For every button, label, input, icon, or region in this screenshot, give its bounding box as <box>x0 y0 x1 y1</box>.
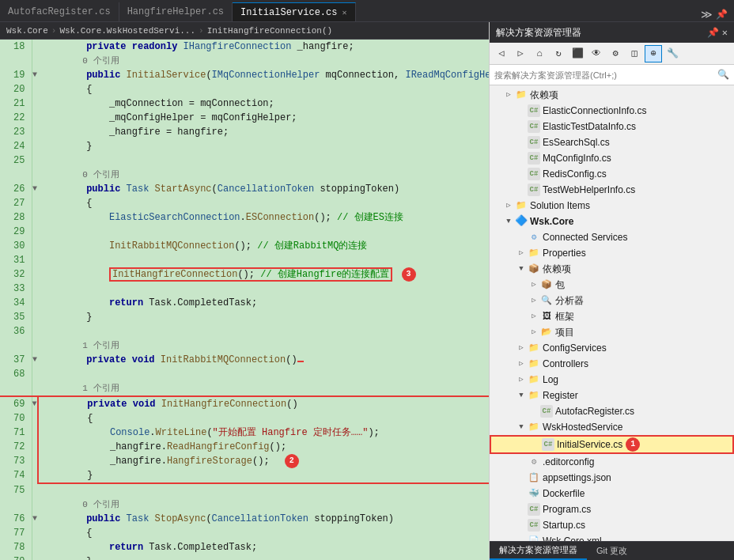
cs-icon: C# <box>528 168 540 180</box>
tree-label: 依赖项 <box>543 262 571 276</box>
badge-1: 1 <box>626 437 640 452</box>
tree-item-packages[interactable]: ▷ 📦 包 <box>490 277 734 293</box>
se-search-bar: 🔍 <box>490 65 734 85</box>
project-ref-icon: 📂 <box>540 326 553 339</box>
tree-label: Controllers <box>543 357 588 371</box>
tree-item-initialservice[interactable]: C# InitialService.cs 1 <box>490 435 734 454</box>
se-filter-button[interactable]: ⚙ <box>607 45 624 62</box>
breadcrumb-method[interactable]: InitHangfireConnection() <box>207 26 332 36</box>
tree-item-framework[interactable]: ▷ 🖼 框架 <box>490 308 734 324</box>
se-home-button[interactable]: ⌂ <box>531 45 548 62</box>
table-row: 31 <box>0 253 489 267</box>
tree-item-solution-items[interactable]: ▷ 📁 Solution Items <box>490 198 734 214</box>
se-collapse-button[interactable]: ⬛ <box>569 45 586 62</box>
tree-label: Properties <box>543 246 586 260</box>
table-row: 32 InitHangfireConnection(); // 创建Hangfi… <box>0 267 489 282</box>
docker-icon: 🐳 <box>528 487 540 500</box>
tree-label: Dockerfile <box>543 486 585 501</box>
table-row: 28 ElasticSearchConnection.ESConnection(… <box>0 210 489 225</box>
table-row: 36 <box>0 324 489 339</box>
table-row: 23 _hangfire = hangfire; <box>0 125 489 139</box>
tree-item-register[interactable]: ▼ 📁 Register <box>490 388 734 403</box>
folder-icon: 📁 <box>528 342 540 354</box>
tree-label: Wsk.Core.xml <box>543 534 602 541</box>
tree-item-elastic1[interactable]: C# ElasticConnectionInfo.cs <box>490 103 734 119</box>
cs-icon: C# <box>540 405 553 418</box>
badge-2: 2 <box>285 454 299 468</box>
cs-icon: C# <box>528 184 540 196</box>
table-row: 68 <box>0 367 489 381</box>
tree-item-redis[interactable]: C# RedisConfig.cs <box>490 166 734 182</box>
table-row: 27 { <box>0 196 489 210</box>
tree-label: appsettings.json <box>543 471 611 485</box>
cs-icon: C# <box>528 519 540 532</box>
tree-item-controllers[interactable]: ▷ 📁 Controllers <box>490 356 734 372</box>
tree-item-wscorexml[interactable]: 📄 Wsk.Core.xml <box>490 533 734 541</box>
table-row: 18 private readonly IHangfireConnection … <box>0 40 489 54</box>
tab-hangfire-label: HangfireHelper.cs <box>127 6 224 17</box>
table-row: 22 _mqConfigHelper = mqConfigHelper; <box>0 111 489 125</box>
se-search-icon[interactable]: 🔍 <box>717 69 729 81</box>
se-forward-button[interactable]: ▷ <box>512 45 529 62</box>
tree-item-essearch[interactable]: C# EsSearchSql.cs <box>490 134 734 150</box>
breadcrumb-service[interactable]: Wsk.Core.WskHostedServi... <box>59 26 195 36</box>
tab-hangfire[interactable]: HangfireHelper.cs <box>119 2 233 21</box>
se-tree: ▷ 📁 依赖项 C# ElasticConnectionInfo.cs C# E… <box>490 85 734 541</box>
main-area: Wsk.Core › Wsk.Core.WskHostedServi... › … <box>0 22 734 560</box>
se-properties-button[interactable]: 🔧 <box>664 45 681 62</box>
tree-item-dockerfile[interactable]: 🐳 Dockerfile <box>490 486 734 501</box>
tree-item-yilaixiang[interactable]: ▷ 📁 依赖项 <box>490 87 734 103</box>
tree-item-log[interactable]: ▷ 📁 Log <box>490 372 734 388</box>
se-back-button[interactable]: ◁ <box>493 45 510 62</box>
tree-item-connected-services[interactable]: ⚙ Connected Services <box>490 229 734 245</box>
se-sync-button[interactable]: ⊕ <box>645 45 662 62</box>
breadcrumb-project[interactable]: Wsk.Core <box>6 26 48 36</box>
table-row: 0 个引用 <box>0 54 489 68</box>
tree-item-program[interactable]: C# Program.cs <box>490 501 734 517</box>
bottom-tab-git[interactable]: Git 更改 <box>587 542 637 560</box>
cs-icon: C# <box>542 438 554 451</box>
tree-label: RedisConfig.cs <box>543 167 607 181</box>
tree-item-deps-expand[interactable]: ▼ 📦 依赖项 <box>490 261 734 277</box>
tree-item-wskhosted[interactable]: ▼ 📁 WskHostedService <box>490 419 734 435</box>
folder-icon: 📁 <box>528 358 540 370</box>
tree-item-wscore[interactable]: ▼ 🔷 Wsk.Core <box>490 214 734 229</box>
tree-item-elastic2[interactable]: C# ElasticTestDataInfo.cs <box>490 119 734 134</box>
tree-label: 分析器 <box>555 293 584 308</box>
cs-icon: C# <box>528 503 540 516</box>
table-row: 72 _hangfire.ReadHangfireConfig(); <box>0 440 489 454</box>
se-close-icon[interactable]: ✕ <box>722 27 728 39</box>
se-preview-button[interactable]: ◫ <box>626 45 643 62</box>
code-editor[interactable]: 18 private readonly IHangfireConnection … <box>0 40 489 560</box>
table-row: 35 } <box>0 310 489 324</box>
tree-label: Program.cs <box>543 502 591 516</box>
tree-label: Wsk.Core <box>530 214 573 229</box>
table-row: 79 } <box>0 554 489 560</box>
tab-pin-icon[interactable]: 📌 <box>716 9 728 21</box>
tree-item-mq[interactable]: C# MqConfigInfo.cs <box>490 150 734 166</box>
se-show-all-button[interactable]: 👁 <box>588 45 605 62</box>
se-refresh-button[interactable]: ↻ <box>550 45 567 62</box>
badge-3: 3 <box>402 267 416 282</box>
tree-item-properties[interactable]: ▷ 📁 Properties <box>490 245 734 261</box>
tree-item-autofac[interactable]: C# AutofacRegister.cs <box>490 403 734 419</box>
bottom-tab-se-label: 解决方案资源管理器 <box>499 544 577 556</box>
tree-item-editorconfig[interactable]: ⚙ .editorconfig <box>490 454 734 470</box>
tree-item-startup[interactable]: C# Startup.cs <box>490 517 734 533</box>
tab-overflow-icon[interactable]: ≫ <box>701 8 713 21</box>
tree-label-connected-services: Connected Services <box>543 230 627 244</box>
se-search-input[interactable] <box>494 70 717 80</box>
tree-item-testhelper[interactable]: C# TestWebHelperInfo.cs <box>490 182 734 198</box>
table-row: 71 Console.WriteLine("开始配置 Hangfire 定时任务… <box>0 426 489 440</box>
tab-initialservice[interactable]: InitialService.cs ✕ <box>233 2 355 21</box>
tree-item-configservices[interactable]: ▷ 📁 ConfigServices <box>490 340 734 356</box>
tree-label: Startup.cs <box>543 518 585 532</box>
tab-autofac-label: AutofacRegister.cs <box>8 6 111 17</box>
tree-item-projects[interactable]: ▷ 📂 项目 <box>490 324 734 340</box>
tab-close-icon[interactable]: ✕ <box>342 8 346 17</box>
tree-item-appsettings[interactable]: 📋 appsettings.json <box>490 470 734 486</box>
se-pin-icon[interactable]: 📌 <box>707 27 719 39</box>
tree-item-analyzers[interactable]: ▷ 🔍 分析器 <box>490 293 734 308</box>
bottom-tab-solution-explorer[interactable]: 解决方案资源管理器 <box>490 542 587 560</box>
tab-autofac[interactable]: AutofacRegister.cs <box>0 2 119 21</box>
